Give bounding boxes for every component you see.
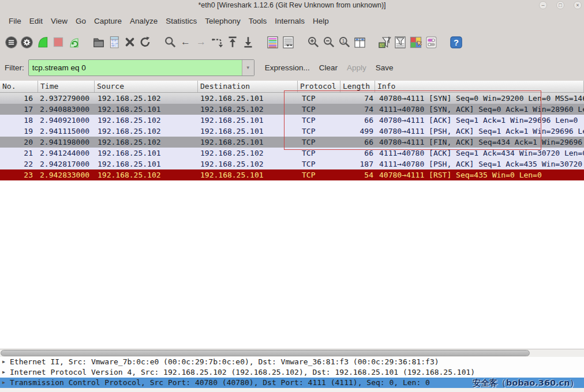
column-header-source[interactable]: Source	[95, 81, 198, 92]
save-file-button[interactable]: 010101100011	[106, 35, 122, 50]
expand-triangle-icon[interactable]: ▶	[2, 367, 10, 378]
cell-source: 192.168.25.102	[95, 126, 198, 137]
packet-row-18[interactable]: 182.940921000192.168.25.102192.168.25.10…	[0, 115, 584, 126]
main-toolbar: 010101100011 ← → 1 ?	[0, 30, 584, 54]
menu-item-go[interactable]: Go	[72, 14, 90, 28]
colorize-packets-icon	[265, 35, 280, 50]
zoom-out-button[interactable]	[321, 35, 336, 50]
display-filters-button[interactable]	[392, 35, 408, 50]
packet-row-23[interactable]: 232.942833000192.168.25.102192.168.25.10…	[0, 169, 584, 180]
resize-columns-button[interactable]	[352, 35, 368, 50]
expand-triangle-icon[interactable]: ▶	[2, 378, 10, 388]
preferences-button[interactable]	[424, 35, 439, 50]
capture-filters-icon	[377, 35, 392, 50]
go-to-packet-button[interactable]	[209, 35, 224, 50]
expand-triangle-icon[interactable]: ▶	[2, 357, 10, 367]
go-back-button[interactable]: ←	[178, 35, 193, 50]
clear-button[interactable]: Clear	[315, 61, 342, 74]
go-forward-button[interactable]: →	[193, 35, 209, 50]
menu-item-view[interactable]: View	[47, 14, 72, 28]
packet-list-empty-area	[0, 180, 584, 349]
cell-length: 74	[340, 93, 375, 104]
auto-scroll-icon	[281, 35, 295, 50]
preferences-icon	[424, 35, 439, 50]
cell-no: 20	[0, 137, 38, 148]
packet-row-20[interactable]: 202.941198000192.168.25.102192.168.25.10…	[0, 137, 584, 148]
menu-item-help[interactable]: Help	[309, 14, 333, 28]
maximize-button[interactable]: □	[556, 1, 564, 9]
menu-item-statistics[interactable]: Statistics	[162, 14, 201, 28]
coloring-rules-button[interactable]	[408, 35, 424, 50]
menu-item-file[interactable]: File	[5, 14, 25, 28]
filter-dropdown-button[interactable]: ▼	[242, 60, 254, 76]
zoom-in-button[interactable]	[305, 35, 321, 50]
column-header-no[interactable]: No.	[0, 81, 38, 92]
capture-filters-button[interactable]	[377, 35, 392, 50]
help-button[interactable]: ?	[448, 35, 464, 50]
chevron-down-icon: ▼	[246, 65, 250, 70]
packet-row-19[interactable]: 192.941115000192.168.25.102192.168.25.10…	[0, 126, 584, 137]
cell-source: 192.168.25.102	[95, 169, 198, 180]
menu-item-analyze[interactable]: Analyze	[126, 14, 162, 28]
capture-stop-button[interactable]	[50, 35, 66, 50]
find-packet-button[interactable]	[162, 35, 178, 50]
cell-destination: 192.168.25.101	[198, 115, 298, 126]
filter-buttons: Expression... Clear Apply Save	[260, 61, 398, 74]
cell-time: 2.937279000	[38, 93, 95, 104]
packet-row-21[interactable]: 212.941244000192.168.25.101192.168.25.10…	[0, 148, 584, 159]
cell-destination: 192.168.25.102	[198, 159, 298, 169]
menu-item-capture[interactable]: Capture	[90, 14, 126, 28]
display-filters-icon	[393, 35, 407, 50]
menu-item-tools[interactable]: Tools	[245, 14, 271, 28]
cell-source: 192.168.25.101	[95, 104, 198, 115]
capture-options-button[interactable]	[19, 35, 35, 50]
column-header-protocol[interactable]: Protocol	[298, 81, 340, 92]
menu-item-internals[interactable]: Internals	[271, 14, 309, 28]
cell-destination: 192.168.25.101	[198, 93, 298, 104]
packet-row-16[interactable]: 162.937279000192.168.25.102192.168.25.10…	[0, 93, 584, 104]
zoom-out-icon	[322, 35, 336, 49]
zoom-100-icon: 1	[338, 35, 351, 49]
go-to-top-button[interactable]	[224, 35, 240, 50]
auto-scroll-button[interactable]	[280, 35, 296, 50]
cell-info: 4111→40780 [SYN, ACK] Seq=0 Ack=1 Win=28…	[375, 104, 584, 115]
close-capture-button[interactable]	[122, 35, 137, 50]
packet-row-17[interactable]: 172.940883000192.168.25.101192.168.25.10…	[0, 104, 584, 115]
cell-destination: 192.168.25.101	[198, 169, 298, 180]
detail-row-0[interactable]: ▶Ethernet II, Src: Vmware_7b:0c:e0 (00:0…	[0, 357, 584, 367]
menu-item-telephony[interactable]: Telephony	[201, 14, 245, 28]
capture-start-button[interactable]	[35, 35, 50, 50]
cell-info: 40780→4111 [SYN] Seq=0 Win=29200 Len=0 M…	[375, 93, 584, 104]
capture-restart-button[interactable]	[66, 35, 81, 50]
minimize-button[interactable]: –	[539, 1, 547, 9]
go-forward-icon: →	[196, 36, 206, 48]
detail-row-1[interactable]: ▶Internet Protocol Version 4, Src: 192.1…	[0, 367, 584, 378]
scrollbar-thumb[interactable]	[1, 350, 530, 356]
zoom-100-button[interactable]: 1	[336, 35, 352, 50]
cell-info: 4111→40780 [ACK] Seq=1 Ack=434 Win=30720…	[375, 148, 584, 159]
detail-row-2[interactable]: ▶Transmission Control Protocol, Src Port…	[0, 378, 584, 388]
filter-input[interactable]	[29, 60, 242, 76]
reload-button[interactable]	[137, 35, 153, 50]
column-header-destination[interactable]: Destination	[198, 81, 298, 92]
close-button[interactable]: ×	[574, 1, 582, 9]
cell-destination: 192.168.25.101	[198, 126, 298, 137]
cell-protocol: TCP	[298, 159, 340, 169]
cell-length: 66	[340, 115, 375, 126]
column-header-time[interactable]: Time	[38, 81, 95, 92]
open-file-button[interactable]	[91, 35, 106, 50]
cell-destination: 192.168.25.102	[198, 148, 298, 159]
go-to-bottom-button[interactable]	[240, 35, 256, 50]
title-bar: *eth0 [Wireshark 1.12.6 (Git Rev Unknown…	[0, 0, 584, 12]
column-header-info[interactable]: Info	[375, 81, 584, 92]
menu-item-edit[interactable]: Edit	[25, 14, 47, 28]
cell-no: 23	[0, 169, 38, 180]
list-interfaces-button[interactable]	[3, 35, 19, 50]
save-button[interactable]: Save	[371, 61, 398, 74]
expression-button[interactable]: Expression...	[260, 61, 315, 74]
column-header-length[interactable]: Length	[340, 81, 375, 92]
horizontal-scrollbar[interactable]	[0, 349, 584, 357]
packet-row-22[interactable]: 222.942817000192.168.25.101192.168.25.10…	[0, 159, 584, 169]
colorize-packets-button[interactable]	[265, 35, 280, 50]
apply-button[interactable]: Apply	[342, 61, 371, 74]
